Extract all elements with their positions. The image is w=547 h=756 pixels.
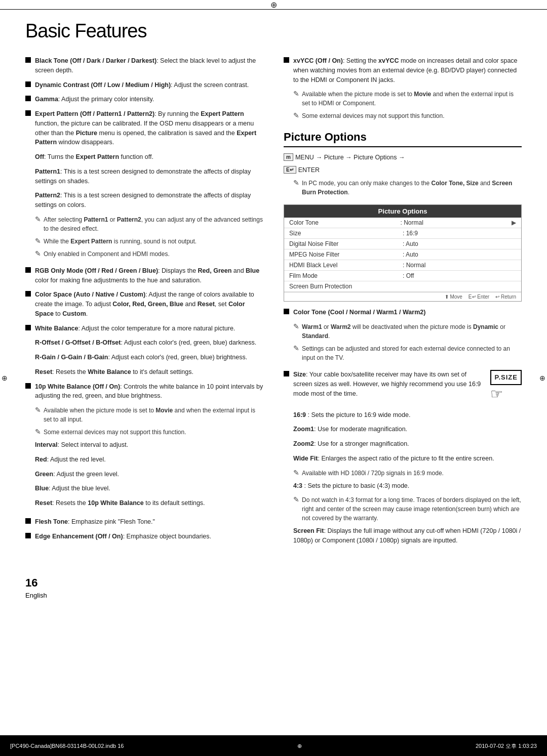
- expert-pattern1-sub: Pattern1: This is a test screen designed…: [35, 167, 263, 186]
- po-label-hdmi-black: HDMI Black Level: [289, 262, 403, 269]
- size-16-9: 16:9 : Sets the picture to 16:9 wide mod…: [293, 410, 522, 420]
- label-gamma: Gamma: [35, 96, 58, 103]
- expert-note-text-3: Only enabled in Component and HDMI modes…: [44, 249, 170, 259]
- page-number: 16: [25, 576, 263, 590]
- note-text-size-hd: Available with HD 1080i / 720p signals i…: [302, 469, 444, 478]
- bullet-xvycc: xvYCC (Off / On): Setting the xvYCC mode…: [284, 56, 522, 85]
- po-value-hdmi-black: : Normal: [403, 262, 516, 269]
- table-header: Picture Options: [284, 205, 521, 218]
- note-10p-2: ✎ Some external devices may not support …: [35, 428, 263, 437]
- bullet-square-flesh-tone: [25, 518, 31, 524]
- bullet-square-xvycc: [284, 57, 289, 63]
- wb-r-offset: R-Offset / G-Offset / B-Offset: Adjust e…: [35, 338, 263, 348]
- expert-note-text-2: While the Expert Pattern is running, sou…: [44, 237, 197, 246]
- bullet-text-10p: 10p White Balance (Off / On): Controls t…: [35, 382, 263, 401]
- note-pencil-icon-10p-2: ✎: [35, 428, 41, 436]
- bullet-text-size: Size: Your cable box/satellite receiver …: [293, 370, 522, 405]
- footer-return: ↩ Return: [495, 294, 516, 300]
- note-text-10p-1: Available when the picture mode is set t…: [44, 406, 263, 424]
- bullet-10p-white-balance: 10p White Balance (Off / On): Controls t…: [25, 382, 263, 401]
- bullet-text-color-space: Color Space (Auto / Native / Custom): Ad…: [35, 290, 263, 318]
- left-side-marker: ⊕: [0, 374, 9, 382]
- po-label-color-tone: Color Tone: [289, 219, 401, 226]
- bullet-square-gamma: [25, 96, 31, 101]
- expert-note-3: ✎ Only enabled in Component and HDMI mod…: [35, 249, 263, 259]
- bullet-text-dynamic-contrast: Dynamic Contrast (Off / Low / Medium / H…: [35, 80, 249, 90]
- note-pencil-icon-size-4-3: ✎: [293, 495, 299, 503]
- right-column: xvYCC (Off / On): Setting the xvYCC mode…: [284, 56, 522, 607]
- note-text-xvycc-1: Available when the picture mode is set t…: [302, 90, 522, 108]
- bullet-text-edge: Edge Enhancement (Off / On): Emphasize o…: [35, 532, 211, 541]
- po-label-mpeg-noise: MPEG Noise Filter: [289, 251, 403, 258]
- bullet-square-size: [284, 371, 289, 376]
- bullet-square-dynamic-contrast: [25, 81, 31, 87]
- two-column-layout: Black Tone (Off / Dark / Darker / Darkes…: [25, 56, 522, 607]
- menu-path-arrow: → Picture → Picture Options →: [316, 154, 405, 161]
- top-compass-bar: ⊕: [0, 0, 547, 9]
- note-text-10p-2: Some external devices may not support th…: [44, 428, 186, 437]
- po-value-color-tone: : Normal: [401, 219, 512, 226]
- size-wide-fit: Wide Fit: Enlarges the aspect ratio of t…: [293, 454, 522, 464]
- note-pencil-icon-1: ✎: [35, 215, 41, 223]
- po-label-screen-burn: Screen Burn Protection: [289, 283, 403, 290]
- picture-options-table: Picture Options Color Tone : Normal ▶ Si…: [284, 204, 522, 302]
- footer-enter: E↵ Enter: [468, 294, 489, 300]
- bullet-dynamic-contrast: Dynamic Contrast (Off / Low / Medium / H…: [25, 80, 263, 90]
- bullet-edge-enhancement: Edge Enhancement (Off / On): Emphasize o…: [25, 532, 263, 541]
- note-pencil-icon-ct-2: ✎: [293, 344, 299, 352]
- right-side-marker: ⊕: [538, 374, 547, 382]
- enter-path: E↵ ENTER: [284, 166, 522, 174]
- bullet-flesh-tone: Flesh Tone: Emphasize pink "Flesh Tone.": [25, 517, 263, 527]
- table-row-film-mode: Film Mode : Off: [284, 271, 521, 281]
- note-color-tone-2: ✎ Settings can be adjusted and stored fo…: [293, 344, 522, 362]
- table-row-color-tone: Color Tone : Normal ▶: [284, 218, 521, 228]
- psize-container: Size: Your cable box/satellite receiver …: [293, 370, 522, 401]
- label-black-tone: Black Tone (Off / Dark / Darker / Darkes…: [35, 57, 157, 64]
- bullet-square-edge: [25, 533, 31, 538]
- bullet-text-expert-pattern: Expert Pattern (Off / Pattern1 / Pattern…: [35, 109, 263, 147]
- note-size-4-3: ✎ Do not watch in 4:3 format for a long …: [293, 495, 522, 523]
- po-value-film-mode: : Off: [403, 272, 516, 279]
- bullet-text-color-tone: Color Tone (Cool / Normal / Warm1 / Warm…: [293, 308, 425, 317]
- size-zoom1: Zoom1: Use for moderate magnification.: [293, 425, 522, 434]
- note-color-tone-1: ✎ Warm1 or Warm2 will be deactivated whe…: [293, 322, 522, 341]
- footer-left-text: [PC490-Canada]BN68-03114B-00L02.indb 16: [10, 743, 124, 749]
- bullet-color-tone: Color Tone (Cool / Normal / Warm1 / Warm…: [284, 308, 522, 317]
- po-label-film-mode: Film Mode: [289, 272, 403, 279]
- expert-note-1: ✎ After selecting Pattern1 or Pattern2, …: [35, 215, 263, 233]
- psize-label: P.SIZE: [490, 370, 522, 385]
- table-row-digital-noise: Digital Noise Filter : Auto: [284, 239, 521, 249]
- top-compass-icon: ⊕: [270, 0, 277, 10]
- footer-right-text: 2010-07-02 오후 1:03:23: [476, 742, 537, 750]
- po-label-size: Size: [289, 230, 403, 237]
- footer-center-compass: ⊕: [297, 743, 302, 749]
- expert-pattern2-sub: Pattern2: This is a test screen designed…: [35, 191, 263, 210]
- bullet-text-flesh-tone: Flesh Tone: Emphasize pink "Flesh Tone.": [35, 517, 155, 527]
- 10p-green: Green: Adjust the green level.: [35, 470, 263, 479]
- bullet-text-white-balance: White Balance: Adjust the color temperat…: [35, 324, 235, 333]
- note-text-pc: In PC mode, you can only make changes to…: [302, 179, 522, 197]
- table-row-mpeg-noise: MPEG Noise Filter : Auto: [284, 249, 521, 260]
- bullet-text-rgb: RGB Only Mode (Off / Red / Green / Blue)…: [35, 266, 263, 285]
- po-value-size: : 16:9: [403, 230, 516, 237]
- po-value-digital-noise: : Auto: [403, 240, 516, 247]
- bullet-black-tone: Black Tone (Off / Dark / Darker / Darkes…: [25, 56, 263, 75]
- main-content: Basic Features Black Tone (Off / Dark / …: [0, 0, 547, 637]
- bullet-square-rgb: [25, 267, 31, 273]
- note-pencil-icon-3: ✎: [35, 249, 41, 258]
- 10p-red: Red: Adjust the red level.: [35, 455, 263, 465]
- bullet-size: Size: Your cable box/satellite receiver …: [284, 370, 522, 405]
- po-value-mpeg-noise: : Auto: [403, 251, 516, 258]
- size-screen-fit: Screen Fit: Displays the full image with…: [293, 526, 522, 545]
- bullet-rgb-only: RGB Only Mode (Off / Red / Green / Blue)…: [25, 266, 263, 285]
- bullet-square-color-tone: [284, 309, 289, 314]
- expert-note-text-1: After selecting Pattern1 or Pattern2, yo…: [44, 215, 263, 233]
- psize-text-col: Size: Your cable box/satellite receiver …: [293, 370, 485, 398]
- 10p-blue: Blue: Adjust the blue level.: [35, 484, 263, 493]
- note-xvycc-2: ✎ Some external devices may not support …: [293, 111, 522, 120]
- page-title: Basic Features: [25, 20, 522, 42]
- bullet-expert-pattern: Expert Pattern (Off / Pattern1 / Pattern…: [25, 109, 263, 147]
- wb-r-gain: R-Gain / G-Gain / B-Gain: Adjust each co…: [35, 353, 263, 362]
- po-label-digital-noise: Digital Noise Filter: [289, 240, 403, 247]
- note-pencil-icon-pc: ✎: [293, 179, 299, 187]
